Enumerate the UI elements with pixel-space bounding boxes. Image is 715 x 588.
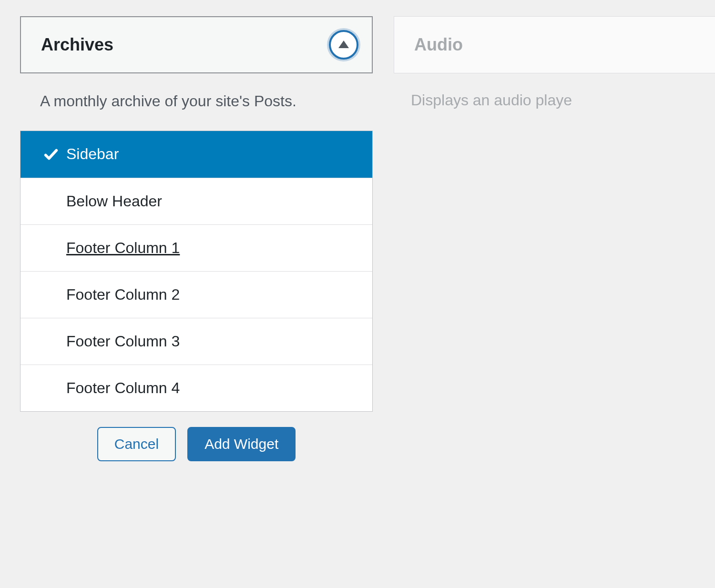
widget-area-option[interactable]: Footer Column 2 — [20, 271, 372, 318]
widget-area-option-label: Footer Column 2 — [66, 286, 180, 304]
widget-archives-description: A monthly archive of your site's Posts. — [20, 91, 373, 112]
widget-area-option-label: Footer Column 4 — [66, 379, 180, 397]
widget-area-option[interactable]: Sidebar — [20, 131, 372, 178]
collapse-toggle-button[interactable] — [329, 30, 358, 60]
cancel-button[interactable]: Cancel — [97, 427, 176, 461]
widget-audio-description: Displays an audio playe — [411, 91, 572, 109]
widget-area-option[interactable]: Below Header — [20, 178, 372, 224]
widget-area-option[interactable]: Footer Column 1 — [20, 224, 372, 271]
widget-area-option-label: Footer Column 1 — [66, 239, 180, 257]
add-widget-button[interactable]: Add Widget — [187, 427, 296, 461]
widget-area-option[interactable]: Footer Column 3 — [20, 318, 372, 365]
widget-area-option-label: Footer Column 3 — [66, 333, 180, 350]
widget-archives-header[interactable]: Archives — [20, 16, 373, 73]
widget-area-option[interactable]: Footer Column 4 — [20, 365, 372, 411]
widget-area-option-label: Below Header — [66, 193, 162, 210]
chooser-button-row: Cancel Add Widget — [20, 427, 373, 461]
widget-audio-header[interactable]: Audio — [394, 16, 715, 73]
widget-area-option-label: Sidebar — [66, 145, 119, 163]
check-icon — [41, 144, 61, 165]
widget-audio-title: Audio — [414, 35, 463, 55]
triangle-up-icon — [338, 41, 349, 48]
widget-area-chooser: SidebarBelow HeaderFooter Column 1Footer… — [20, 131, 373, 412]
widget-archives-title: Archives — [41, 35, 113, 55]
